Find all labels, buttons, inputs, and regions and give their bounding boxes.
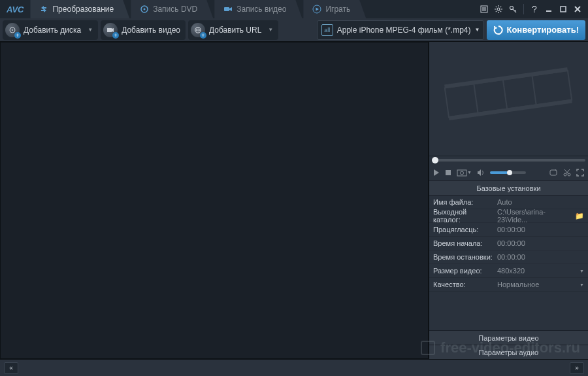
tab-label: Играть bbox=[325, 5, 350, 14]
setting-quality: Качество: Нормальное▼ bbox=[429, 278, 588, 292]
start-time-input[interactable]: 00:00:00 bbox=[495, 239, 584, 247]
disc-plus-icon bbox=[5, 23, 20, 37]
tab-dvd[interactable]: Запись DVD bbox=[131, 0, 213, 18]
chevron-down-icon: ▼ bbox=[580, 282, 584, 287]
next-button[interactable]: » bbox=[570, 362, 584, 374]
svg-point-17 bbox=[12, 29, 13, 31]
svg-rect-29 bbox=[457, 170, 466, 176]
folder-icon[interactable]: 📁 bbox=[575, 212, 584, 220]
svg-line-11 bbox=[515, 10, 516, 12]
tab-record[interactable]: Запись видео bbox=[214, 0, 302, 18]
url-plus-icon bbox=[191, 23, 205, 37]
setting-duration: Працягласць: 00:00:00 bbox=[429, 223, 588, 237]
profile-icon: all bbox=[321, 24, 333, 36]
setting-video-size: Размер видео: 480x320▼ bbox=[429, 264, 588, 278]
convert-label: Конвертировать! bbox=[506, 25, 579, 35]
prev-button[interactable]: « bbox=[4, 362, 18, 374]
video-params-header[interactable]: Параметры видео bbox=[429, 330, 588, 345]
profile-label: Apple iPhone MPEG-4 фильм (*.mp4) bbox=[337, 26, 471, 35]
svg-rect-24 bbox=[448, 99, 572, 120]
play-icon bbox=[312, 5, 321, 14]
fullscreen-button[interactable] bbox=[576, 169, 584, 177]
key-icon[interactable] bbox=[506, 3, 519, 16]
app-logo: AVC bbox=[0, 5, 30, 14]
convert-icon bbox=[39, 5, 48, 14]
refresh-icon bbox=[493, 25, 504, 35]
quality-dropdown[interactable]: Нормальное▼ bbox=[495, 281, 584, 288]
close-icon[interactable] bbox=[571, 3, 584, 16]
maximize-icon[interactable] bbox=[557, 3, 570, 16]
output-dir-input[interactable]: C:\Users\arina-23\Vide...📁 bbox=[495, 208, 584, 224]
stop-button[interactable] bbox=[445, 169, 451, 176]
add-video-button[interactable]: Добавить видео bbox=[101, 20, 186, 40]
camera-icon bbox=[223, 5, 233, 14]
chevron-down-icon: ▼ bbox=[475, 27, 480, 33]
snapshot-button[interactable]: ▼ bbox=[457, 169, 472, 177]
svg-rect-18 bbox=[107, 28, 112, 32]
svg-line-25 bbox=[474, 84, 478, 113]
chevron-down-icon: ▼ bbox=[580, 269, 584, 273]
main-tabs: Преобразование Запись DVD Запись видео И… bbox=[30, 0, 478, 18]
tab-play[interactable]: Играть bbox=[303, 0, 366, 18]
convert-button[interactable]: Конвертировать! bbox=[487, 20, 585, 40]
add-url-button[interactable]: Добавить URL ▼ bbox=[188, 20, 278, 40]
tab-label: Запись DVD bbox=[153, 5, 197, 14]
basic-settings-header: Базовые установки bbox=[429, 181, 588, 196]
svg-point-9 bbox=[510, 7, 514, 10]
add-disc-button[interactable]: Добавить диска ▼ bbox=[3, 20, 98, 40]
help-icon[interactable]: ? bbox=[528, 3, 541, 16]
gear-icon[interactable] bbox=[492, 3, 505, 16]
svg-rect-31 bbox=[550, 170, 557, 175]
audio-params-header[interactable]: Параметры аудио bbox=[429, 345, 588, 359]
svg-point-1 bbox=[144, 9, 146, 10]
filename-input[interactable]: Auto bbox=[495, 198, 584, 206]
svg-rect-13 bbox=[561, 7, 566, 12]
video-size-dropdown[interactable]: 480x320▼ bbox=[495, 267, 584, 275]
options-icon[interactable] bbox=[478, 3, 491, 16]
chevron-down-icon: ▼ bbox=[88, 27, 93, 33]
svg-line-26 bbox=[502, 80, 506, 109]
stop-time-input[interactable]: 00:00:00 bbox=[495, 253, 584, 261]
svg-line-27 bbox=[532, 76, 536, 105]
filmstrip-icon bbox=[440, 66, 578, 131]
setting-start-time: Время начала: 00:00:00 bbox=[429, 237, 588, 250]
add-disc-label: Добавить диска bbox=[24, 26, 81, 35]
minimize-icon[interactable] bbox=[542, 3, 555, 16]
svg-point-8 bbox=[497, 8, 500, 10]
volume-button[interactable] bbox=[477, 169, 485, 177]
svg-rect-2 bbox=[224, 7, 229, 11]
seek-thumb[interactable] bbox=[432, 157, 438, 163]
svg-rect-28 bbox=[446, 170, 451, 175]
setting-stop-time: Время остановки: 00:00:00 bbox=[429, 250, 588, 264]
disc-icon bbox=[140, 5, 149, 14]
tab-convert[interactable]: Преобразование bbox=[30, 0, 129, 18]
output-profile-selector[interactable]: all Apple iPhone MPEG-4 фильм (*.mp4) ▼ bbox=[317, 20, 485, 40]
tab-label: Преобразование bbox=[52, 5, 114, 14]
cut-button[interactable] bbox=[563, 169, 571, 177]
svg-rect-23 bbox=[444, 67, 568, 88]
setting-output-dir: Выходной каталог: C:\Users\arina-23\Vide… bbox=[429, 209, 588, 223]
file-list-area[interactable] bbox=[0, 42, 429, 359]
add-url-label: Добавить URL bbox=[209, 26, 261, 35]
seek-bar[interactable] bbox=[429, 156, 588, 164]
setting-filename: Имя файла: Auto bbox=[429, 196, 588, 209]
tab-label: Запись видео bbox=[237, 5, 286, 14]
loop-button[interactable] bbox=[549, 169, 558, 177]
volume-slider[interactable] bbox=[490, 171, 526, 174]
svg-point-30 bbox=[461, 171, 464, 175]
preview-area bbox=[429, 42, 588, 156]
add-video-label: Добавить видео bbox=[122, 26, 180, 35]
chevron-down-icon: ▼ bbox=[268, 27, 273, 33]
video-plus-icon bbox=[103, 23, 118, 37]
play-button[interactable] bbox=[433, 169, 440, 177]
